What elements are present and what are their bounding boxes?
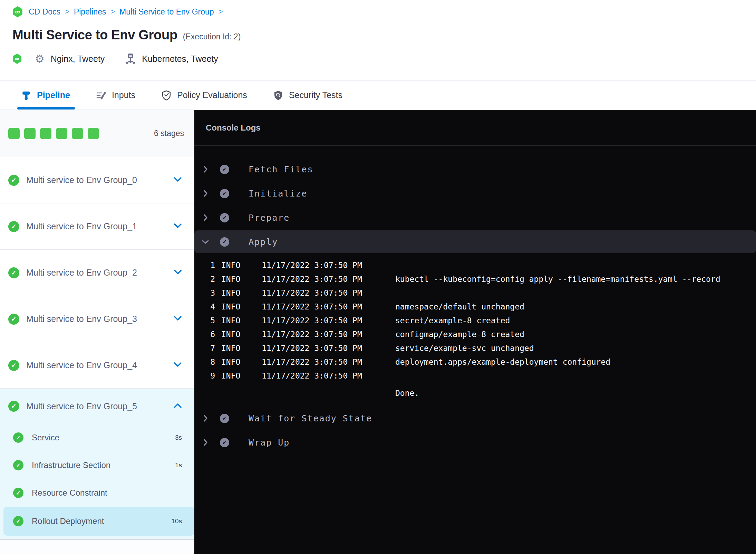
stage-row-5[interactable]: ✓ Multi service to Env Group_5 [0, 389, 194, 424]
step-row-rollout-deployment[interactable]: ✓ Rollout Deployment 10s [3, 507, 194, 536]
log-message: service/example-svc unchanged [395, 344, 756, 353]
step-row-resource-constraint[interactable]: ✓ Resource Constraint [0, 479, 194, 507]
chevron-right-icon[interactable] [201, 190, 210, 197]
stage-row-0[interactable]: ✓ Multi service to Env Group_0 [0, 157, 194, 203]
chevron-down-icon[interactable] [174, 362, 182, 369]
tab-inputs[interactable]: Inputs [96, 81, 135, 109]
services-row: ∞ ⚙ Nginx, Tweety Kubernetes, Tweety [12, 53, 756, 65]
breadcrumb: ∞ CD Docs > Pipelines > Multi Service to… [12, 6, 756, 17]
tab-security-tests[interactable]: Security Tests [273, 81, 342, 109]
log-message: namespace/default unchanged [395, 302, 756, 311]
console-step-apply[interactable]: ✓ Apply [194, 230, 756, 253]
inputs-icon [96, 90, 106, 100]
console-step-label: Apply [249, 237, 278, 247]
stage-label: Multi service to Env Group_5 [26, 401, 174, 411]
chevron-right-icon[interactable] [201, 414, 210, 422]
log-line: 1 INFO 11/17/2022 3:07:50 PM [194, 258, 756, 272]
console-step-label: Prepare [249, 213, 290, 223]
chevron-down-icon[interactable] [174, 269, 182, 276]
log-line-number: 4 [205, 302, 215, 311]
step-success-icon: ✓ [220, 189, 229, 198]
stage-row-1[interactable]: ✓ Multi service to Env Group_1 [0, 203, 194, 250]
log-line-number: 1 [205, 261, 215, 270]
stage-row-4[interactable]: ✓ Multi service to Env Group_4 [0, 342, 194, 389]
title-row: Multi Service to Env Group (Execution Id… [12, 28, 756, 42]
stage-square-success [88, 128, 99, 139]
main-content: 6 stages ✓ Multi service to Env Group_0 … [0, 110, 756, 554]
breadcrumb-separator-icon: > [219, 7, 223, 16]
step-row-infrastructure-section[interactable]: ✓ Infrastructure Section 1s [0, 451, 194, 479]
log-message: kubectl --kubeconfig=config apply --file… [395, 275, 756, 284]
success-check-icon: ✓ [8, 360, 19, 371]
chevron-up-icon[interactable] [174, 403, 182, 410]
log-message: secret/example-8 created [395, 316, 756, 325]
chevron-right-icon[interactable] [201, 165, 210, 173]
log-timestamp: 11/17/2022 3:07:50 PM [262, 302, 395, 311]
step-label: Service [32, 433, 175, 442]
console-step-wrap-up[interactable]: ✓ Wrap Up [194, 430, 756, 455]
page-title: Multi Service to Env Group [12, 28, 177, 42]
log-line: 9 INFO 11/17/2022 3:07:50 PM [194, 369, 756, 383]
chevron-down-icon[interactable] [201, 240, 210, 244]
log-timestamp: 11/17/2022 3:07:50 PM [262, 371, 395, 380]
console-logs-header: Console Logs [194, 110, 756, 146]
log-line-number: 6 [205, 330, 215, 339]
console-step-fetch-files[interactable]: ✓ Fetch Files [194, 157, 756, 181]
success-check-icon: ✓ [8, 175, 19, 186]
log-line: 2 INFO 11/17/2022 3:07:50 PM kubectl --k… [194, 272, 756, 286]
step-label: Infrastructure Section [32, 460, 175, 470]
breadcrumb-link-cd-docs[interactable]: CD Docs [29, 7, 60, 17]
harness-logo-icon: ∞ [12, 6, 23, 17]
tab-pipeline-label: Pipeline [37, 90, 70, 100]
console-step-wait-for-steady-state[interactable]: ✓ Wait for Steady State [194, 406, 756, 430]
chevron-right-icon[interactable] [201, 214, 210, 221]
chevron-down-icon[interactable] [174, 223, 182, 230]
console-steps: ✓ Fetch Files ✓ Initialize ✓ Prepare [194, 157, 756, 455]
stage-row-3[interactable]: ✓ Multi service to Env Group_3 [0, 296, 194, 342]
log-timestamp: 11/17/2022 3:07:50 PM [262, 357, 395, 366]
chevron-right-icon[interactable] [201, 439, 210, 446]
breadcrumb-separator-icon: > [65, 7, 69, 16]
chevron-down-icon[interactable] [174, 316, 182, 323]
tab-pipeline[interactable]: Pipeline [21, 81, 70, 109]
console-panel: Console Logs ✓ Fetch Files ✓ Initialize [194, 110, 756, 554]
success-check-icon: ✓ [8, 401, 19, 412]
stages-summary: 6 stages [0, 110, 194, 157]
stage-square-success [56, 128, 67, 139]
stage-section-5: ✓ Multi service to Env Group_5 ✓ Service… [0, 389, 194, 539]
stage-row-2[interactable]: ✓ Multi service to Env Group_2 [0, 250, 194, 296]
stage-square-success [8, 128, 20, 139]
log-line: 5 INFO 11/17/2022 3:07:50 PM secret/exam… [194, 314, 756, 327]
log-line: 6 INFO 11/17/2022 3:07:50 PM configmap/e… [194, 327, 756, 341]
page-header: ∞ CD Docs > Pipelines > Multi Service to… [0, 0, 756, 80]
tab-inputs-label: Inputs [112, 90, 135, 100]
stage-square-success [24, 128, 36, 139]
log-message: deployment.apps/example-deployment confi… [395, 357, 756, 366]
log-timestamp: 11/17/2022 3:07:50 PM [262, 275, 395, 284]
log-line-number: 3 [205, 288, 215, 297]
log-level: INFO [221, 316, 243, 325]
tab-policy-evaluations[interactable]: Policy Evaluations [162, 81, 247, 109]
success-check-icon: ✓ [13, 432, 23, 443]
console-step-initialize[interactable]: ✓ Initialize [194, 181, 756, 206]
security-shield-icon [273, 90, 283, 101]
apply-log-output: 1 INFO 11/17/2022 3:07:50 PM 2 INFO 11/1… [194, 254, 756, 406]
step-label: Rollout Deployment [32, 516, 171, 526]
stage-label: Multi service to Env Group_4 [26, 360, 174, 370]
console-step-prepare[interactable]: ✓ Prepare [194, 206, 756, 230]
breadcrumb-link-pipeline-name[interactable]: Multi Service to Env Group [119, 7, 214, 17]
log-line: 7 INFO 11/17/2022 3:07:50 PM service/exa… [194, 341, 756, 355]
log-timestamp: 11/17/2022 3:07:50 PM [262, 288, 395, 297]
log-message: Done. [395, 389, 756, 398]
log-line-number: 7 [205, 344, 215, 353]
log-line-number: 2 [205, 275, 215, 284]
step-row-service[interactable]: ✓ Service 3s [0, 424, 194, 451]
environments-icon [125, 53, 136, 65]
console-step-label: Wrap Up [249, 438, 290, 448]
active-tab-underline [17, 107, 75, 109]
stage-label: Multi service to Env Group_3 [26, 314, 174, 324]
log-line: 8 INFO 11/17/2022 3:07:50 PM deployment.… [194, 355, 756, 369]
breadcrumb-link-pipelines[interactable]: Pipelines [74, 7, 106, 17]
log-level: INFO [221, 288, 243, 297]
chevron-down-icon[interactable] [174, 177, 182, 184]
